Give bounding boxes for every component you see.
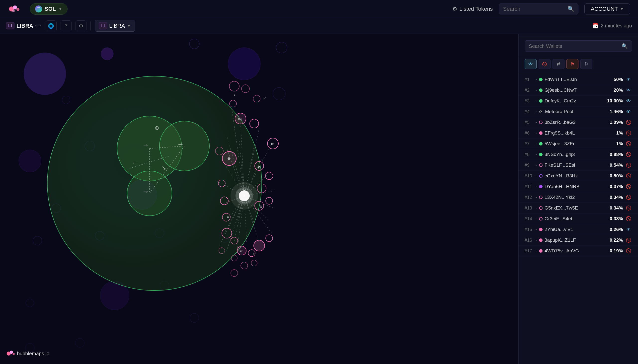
wallet-dash: - (536, 216, 537, 222)
svg-line-54 (224, 196, 244, 203)
svg-point-46 (230, 182, 258, 210)
filter-flag-red-button[interactable]: ⚑ (566, 59, 578, 69)
li-badge-2: LI (99, 22, 107, 30)
wallet-dash: - (536, 163, 537, 168)
wallet-name: Meteora Pool (545, 109, 603, 114)
filter-hidden-button[interactable]: 🚫 (538, 59, 550, 69)
wallet-dash: - (536, 248, 537, 254)
logo-icon (6, 349, 15, 358)
wallet-item: #16 - 3apupK...Z1LF 0.22% 🚫 (518, 235, 638, 246)
wallet-eye-button[interactable]: 🚫 (625, 141, 632, 146)
dots-menu[interactable]: ··· (35, 23, 42, 29)
svg-point-90 (266, 197, 273, 204)
svg-point-30 (160, 121, 209, 171)
svg-point-23 (75, 338, 84, 347)
account-button[interactable]: ACCOUNT ▼ (584, 4, 630, 14)
filter-transfer-button[interactable]: ⇄ (552, 59, 564, 69)
wallet-dot (539, 185, 542, 188)
main-canvas: → → → ⊕ ↘ ← (0, 34, 558, 364)
wallet-name: 2YhiUa...viV1 (544, 227, 603, 232)
svg-line-63 (244, 174, 269, 196)
wallet-dash: - (536, 141, 537, 146)
sol-icon: ☰ (35, 6, 42, 12)
svg-point-26 (47, 76, 262, 290)
wallet-pct: 20% (605, 88, 623, 93)
svg-text:⊕: ⊕ (240, 249, 243, 253)
wallet-eye-button[interactable]: 🚫 (625, 184, 632, 189)
wallet-dash: - (536, 130, 537, 136)
svg-point-11 (52, 204, 60, 213)
wallet-dot (539, 249, 542, 253)
svg-text:⊕: ⊕ (154, 125, 159, 131)
wallet-dash: - (536, 227, 537, 232)
sol-label: SOL (44, 6, 56, 12)
svg-point-19 (26, 299, 34, 307)
svg-point-94 (237, 246, 246, 255)
svg-text:↙: ↙ (263, 96, 266, 100)
svg-point-83 (222, 152, 236, 166)
globe-button[interactable]: 🌐 (46, 20, 56, 32)
settings-button[interactable]: ⚙ (76, 20, 86, 32)
wallet-eye-button[interactable]: 🚫 (625, 248, 632, 254)
svg-point-95 (237, 246, 246, 255)
svg-line-67 (227, 148, 244, 196)
svg-point-106 (257, 184, 266, 193)
svg-line-65 (244, 146, 254, 196)
svg-point-8 (62, 96, 70, 104)
wallet-item: #7 - 5Wsjee...3ZEr 1% 🚫 (518, 138, 638, 149)
wallet-eye-button[interactable]: 👁 (625, 227, 632, 232)
svg-point-105 (231, 270, 238, 276)
wallet-item: #1 - FdWhTT...EJJn 50% 👁 (518, 74, 638, 85)
help-button[interactable]: ? (60, 20, 72, 32)
svg-text:⊕: ⊕ (271, 142, 274, 146)
wallet-dot (539, 153, 542, 156)
wallet-eye-button[interactable]: 🚫 (625, 120, 632, 125)
wallet-eye-button[interactable]: 🚫 (625, 130, 632, 136)
svg-point-98 (254, 240, 265, 251)
svg-point-80 (229, 81, 239, 91)
wallet-eye-button[interactable]: 🚫 (625, 216, 632, 222)
search-wallets-input[interactable] (529, 43, 620, 49)
libra-dropdown-label: LIBRA (109, 23, 125, 29)
wallet-dot (539, 120, 542, 124)
wallet-item: #8 - 8NScYn...g4j3 0.88% 🚫 (518, 149, 638, 160)
wallet-num: #16 (524, 238, 534, 243)
filter-flag-gray-button[interactable]: ⚐ (580, 59, 592, 69)
listed-tokens-button[interactable]: ⚙ Listed Tokens (452, 6, 493, 12)
bottom-logo: bubblemaps.io (6, 349, 49, 358)
wallet-eye-button[interactable]: 👁 (625, 77, 632, 82)
wallet-item: #9 - FKeS1F...SEsi 0.54% 🚫 (518, 160, 638, 171)
wallet-dot (539, 78, 542, 81)
wallet-eye-button[interactable]: 🚫 (625, 194, 632, 200)
wallet-pct: 0.54% (605, 162, 623, 168)
wallet-eye-button[interactable]: 👁 (625, 88, 632, 93)
wallet-eye-button[interactable]: 🚫 (625, 238, 632, 243)
wallet-eye-button[interactable]: 🚫 (625, 152, 632, 157)
wallet-eye-button[interactable]: 🚫 (625, 173, 632, 179)
svg-text:⊕: ⊕ (227, 156, 230, 161)
wallet-eye-button[interactable]: 🚫 (625, 205, 632, 211)
wallet-dash: - (536, 238, 537, 243)
libra-dropdown[interactable]: LI LIBRA ▼ (95, 20, 135, 32)
sol-button[interactable]: ☰ SOL ▼ (30, 3, 68, 15)
search-input[interactable] (503, 6, 566, 12)
wallet-eye-button[interactable]: 👁 (625, 98, 632, 104)
wallet-dash: - (536, 120, 537, 125)
filter-visible-button[interactable]: 👁 (524, 59, 536, 69)
wallet-dot (539, 206, 542, 210)
header: ☰ SOL ▼ ⚙ Listed Tokens 🔍 ACCOUNT ▼ (0, 0, 638, 18)
svg-line-61 (244, 196, 274, 208)
svg-line-55 (229, 196, 244, 218)
logo-text: bubblemaps.io (17, 351, 49, 356)
svg-point-10 (19, 150, 41, 172)
svg-line-59 (244, 196, 259, 243)
wallet-dash: - (536, 206, 537, 211)
wallet-eye-button[interactable]: 🚫 (625, 162, 632, 168)
svg-point-29 (117, 116, 182, 181)
dropdown-chevron-icon: ▼ (127, 24, 131, 28)
wallet-eye-button[interactable]: 👁 (625, 109, 632, 114)
divider (90, 22, 91, 30)
svg-point-82 (253, 95, 260, 102)
svg-point-104 (219, 248, 225, 254)
wallet-name: Gj9esb...CNwT (544, 88, 603, 93)
